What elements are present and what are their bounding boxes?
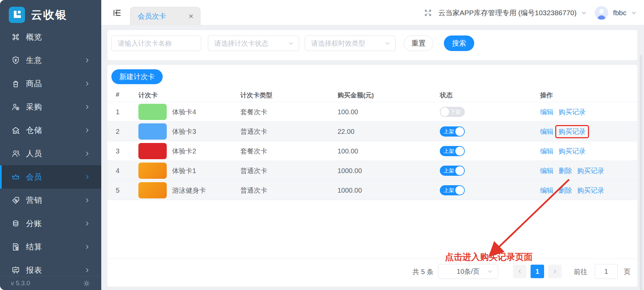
delete-link[interactable]: 删除 — [559, 186, 572, 195]
chevron-down-icon[interactable] — [631, 10, 637, 16]
status-toggle[interactable]: 上架 — [440, 146, 465, 156]
card-status-select[interactable]: 请选择计次卡状态 — [208, 35, 299, 51]
table-row: 5游泳健身卡普通次卡1000.00上架编辑删除购买记录 — [107, 180, 637, 200]
card-color-swatch — [138, 104, 167, 120]
card-type: 普通次卡 — [240, 122, 267, 141]
filter-bar: 请选择计次卡状态 请选择权时效类型 重置 搜索 — [107, 30, 637, 60]
edit-link[interactable]: 编辑 — [540, 186, 554, 195]
sidebar-item-9[interactable]: 结算 — [0, 235, 101, 259]
row-operations: 编辑删除购买记录 — [540, 180, 609, 200]
prev-page-button[interactable] — [513, 265, 527, 278]
column-header: 操作 — [540, 91, 553, 100]
sidebar-item-label: 会员 — [26, 172, 42, 182]
table-row: 3体验卡2套餐次卡100.00上架编辑购买记录 — [107, 141, 637, 161]
status-toggle[interactable]: 上架 — [440, 185, 465, 195]
delete-link[interactable]: 删除 — [559, 166, 572, 175]
purchase-record-link[interactable]: 购买记录 — [577, 186, 604, 195]
purchase-record-link[interactable]: 购买记录 — [559, 128, 586, 135]
card-color-swatch — [138, 182, 167, 198]
tab-member-card[interactable]: 会员次卡 — [130, 7, 200, 25]
card-name: 体验卡3 — [172, 122, 196, 141]
sidebar-item-6[interactable]: 会员 — [0, 165, 101, 189]
row-operations: 编辑删除购买记录 — [540, 161, 609, 180]
sidebar-item-label: 人员 — [26, 148, 42, 159]
sidebar-item-3[interactable]: 采购 — [0, 95, 101, 119]
fullscreen-icon[interactable] — [424, 8, 432, 17]
new-card-button[interactable]: 新建计次卡 — [111, 69, 163, 84]
card-color-swatch — [138, 163, 167, 179]
store-selector[interactable]: 云当家APP库存管理专用 (编号1032386770) — [438, 8, 577, 18]
scrollbar[interactable] — [640, 55, 642, 290]
sidebar-item-1[interactable]: 生意 — [0, 49, 101, 72]
tab-label: 会员次卡 — [138, 11, 166, 21]
card-amount: 100.00 — [338, 102, 358, 122]
edit-link[interactable]: 编辑 — [540, 166, 554, 175]
staff-icon — [11, 149, 20, 158]
business-icon — [11, 56, 20, 65]
status-toggle[interactable]: 下架 — [440, 107, 465, 117]
chevron-down-icon[interactable] — [581, 10, 587, 16]
status-toggle[interactable]: 上架 — [440, 126, 465, 137]
validity-type-select[interactable]: 请选择权时效类型 — [305, 35, 396, 51]
card-list-panel: 新建计次卡 # 计次卡 计次卡类型 购买金额(元) 状态 操作 1体验卡4套餐次… — [107, 65, 637, 287]
gear-icon[interactable] — [83, 280, 90, 287]
chevron-right-icon — [84, 81, 90, 87]
sidebar-item-0[interactable]: 概览 — [0, 25, 101, 49]
avatar[interactable] — [595, 6, 608, 20]
edit-link[interactable]: 编辑 — [540, 107, 554, 117]
edit-link[interactable]: 编辑 — [540, 147, 554, 156]
app-window: 云收银 概览生意商品采购仓储人员会员营销分账结算报表 v 5.3.0 会员次卡 — [0, 0, 644, 290]
next-page-button[interactable] — [548, 265, 562, 278]
chevron-right-icon — [84, 151, 90, 156]
sidebar-item-label: 报表 — [26, 265, 42, 275]
card-type: 套餐次卡 — [240, 141, 267, 161]
search-button[interactable]: 搜索 — [444, 35, 474, 51]
page-size-select[interactable]: 10条/页 — [438, 264, 498, 279]
column-header: 计次卡类型 — [240, 91, 272, 100]
card-name-input[interactable] — [111, 35, 201, 51]
content-area: 请选择计次卡状态 请选择权时效类型 重置 搜索 新建计次卡 # 计次卡 计次卡类… — [101, 25, 644, 290]
warehouse-icon — [11, 126, 20, 135]
sidebar-item-5[interactable]: 人员 — [0, 142, 101, 165]
status-toggle[interactable]: 上架 — [440, 166, 465, 176]
sidebar-item-label: 分账 — [26, 218, 42, 229]
row-index: 4 — [116, 161, 119, 180]
card-name: 体验卡2 — [172, 141, 196, 161]
sidebar-item-4[interactable]: 仓储 — [0, 119, 101, 142]
current-page-button[interactable]: 1 — [531, 265, 544, 278]
column-header: 计次卡 — [138, 91, 158, 100]
card-name: 体验卡1 — [172, 161, 196, 180]
card-amount: 1000.00 — [338, 161, 362, 180]
sidebar-item-2[interactable]: 商品 — [0, 72, 101, 95]
close-icon[interactable] — [188, 13, 194, 19]
chevron-right-icon — [84, 104, 90, 110]
row-index: 3 — [116, 141, 119, 161]
card-color-swatch — [138, 143, 167, 159]
reset-button[interactable]: 重置 — [404, 35, 433, 51]
settlement-icon — [11, 242, 20, 251]
purchase-icon — [11, 102, 20, 112]
edit-link[interactable]: 编辑 — [540, 127, 554, 136]
card-amount: 22.00 — [338, 122, 354, 141]
goods-icon — [11, 79, 20, 88]
user-menu[interactable]: fbbc — [613, 9, 626, 17]
column-header: 购买金额(元) — [338, 91, 374, 100]
purchase-record-link[interactable]: 购买记录 — [559, 147, 586, 156]
goto-page-input[interactable] — [595, 264, 618, 279]
sidebar-item-8[interactable]: 分账 — [0, 212, 101, 235]
row-index: 1 — [116, 102, 119, 122]
chevron-right-icon — [84, 197, 90, 203]
overview-icon — [11, 32, 20, 42]
sidebar-item-7[interactable]: 营销 — [0, 189, 101, 212]
purchase-record-link[interactable]: 购买记录 — [577, 166, 604, 175]
purchase-record-link[interactable]: 购买记录 — [559, 107, 586, 117]
member-crown-icon — [11, 172, 20, 182]
chevron-right-icon — [84, 267, 90, 273]
chevron-down-icon — [288, 40, 294, 46]
collapse-menu-icon[interactable] — [112, 8, 122, 18]
report-icon — [11, 266, 20, 275]
table-row: 1体验卡4套餐次卡100.00下架编辑购买记录 — [107, 102, 637, 122]
card-name: 游泳健身卡 — [172, 180, 206, 200]
app-title: 云收银 — [31, 7, 68, 23]
column-header: # — [116, 91, 119, 98]
